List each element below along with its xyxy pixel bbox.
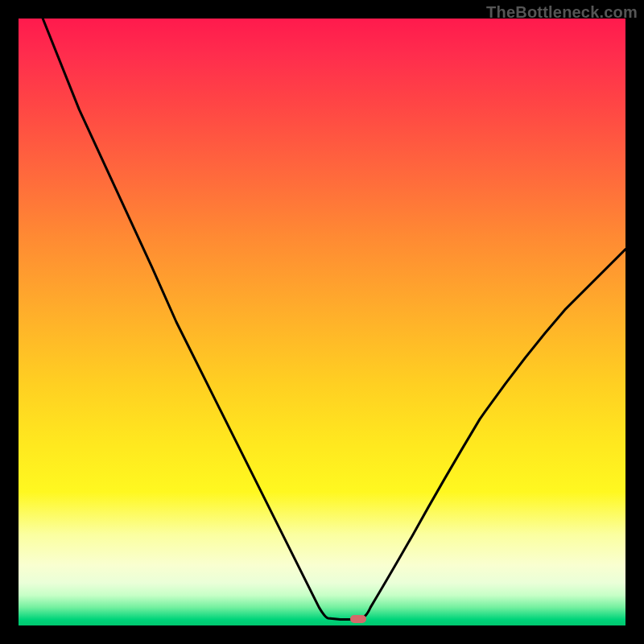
plot-area bbox=[19, 19, 625, 625]
chart-frame: TheBottleneck.com bbox=[0, 0, 644, 644]
watermark-text: TheBottleneck.com bbox=[486, 3, 638, 22]
optimal-point-marker bbox=[350, 615, 366, 623]
curve-path bbox=[43, 19, 625, 619]
bottleneck-curve bbox=[19, 19, 625, 625]
